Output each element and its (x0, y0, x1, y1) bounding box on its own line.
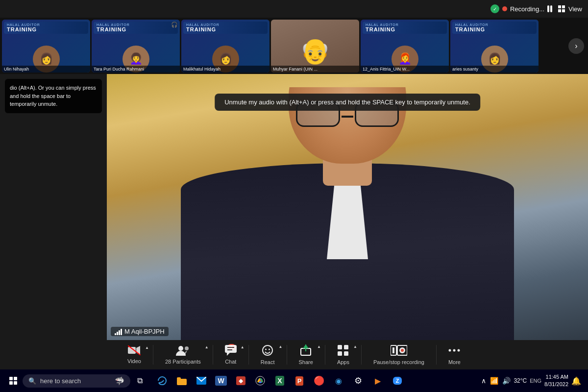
recording-dot (502, 6, 507, 11)
chat-chevron-icon[interactable]: ▲ (241, 345, 245, 349)
windows-start-button[interactable] (4, 371, 23, 390)
taskbar-mail-icon[interactable] (192, 371, 211, 390)
svg-rect-5 (225, 345, 237, 353)
notification-icon[interactable]: 🔔 (571, 376, 581, 386)
taskbar-app2-icon[interactable]: ◉ (329, 371, 348, 390)
taskbar-ruby-icon[interactable]: ◆ (231, 371, 250, 390)
chat-button[interactable]: ▲ 1 Chat (214, 342, 247, 368)
svg-point-24 (449, 349, 451, 352)
svg-point-10 (265, 349, 267, 350)
tray-sound-icon: 🔊 (502, 377, 511, 385)
participants-button[interactable]: ▲ 28 Participants (154, 342, 212, 368)
time-display: 11:45 AM 8/31/2022 (544, 373, 568, 389)
pause-recording-icon (391, 344, 407, 358)
react-chevron-icon[interactable]: ▲ (279, 344, 283, 349)
share-button[interactable]: ▲ Share (288, 342, 324, 368)
taskbar-settings-icon[interactable]: ⚙ (349, 371, 368, 390)
share-label: Share (299, 359, 313, 365)
system-tray: ∧ 📶 🔊 32°C ENG 11:45 AM 8/31/2022 🔔 (481, 373, 584, 389)
video-chevron-icon[interactable]: ▲ (145, 345, 149, 350)
video-button[interactable]: ▲ Video (117, 343, 152, 367)
participant-thumb[interactable]: HALAL AUDITOR TRAINING 👩 aries susanty (450, 20, 539, 73)
apps-chevron-icon[interactable]: ▲ (353, 344, 357, 349)
speaker-label: M Aqil-BPJPH (111, 327, 169, 336)
windows-taskbar: 🔍 here to search 🦈 ⧉ W ◆ X P 🔴 ◉ (0, 369, 588, 392)
toolbar-sep-3 (248, 345, 249, 365)
zoom-badge: Z (393, 377, 402, 385)
recording-text: Recording... (510, 5, 544, 13)
temperature-display: 32°C (514, 377, 527, 384)
pause-icon[interactable] (547, 5, 552, 12)
taskbar-ppt-icon[interactable]: P (290, 371, 309, 390)
svg-rect-18 (344, 351, 348, 356)
view-label: View (568, 5, 582, 13)
react-label: React (261, 359, 275, 365)
svg-rect-28 (177, 377, 181, 380)
top-bar: ✓ Recording... View (0, 0, 588, 18)
apps-button[interactable]: ▲ Apps (326, 342, 360, 368)
mic-muted-icon: 🎧 (171, 22, 178, 28)
training-badge: HALAL AUDITOR TRAINING (94, 22, 178, 34)
taskbar-zoom-icon[interactable]: Z (388, 371, 407, 390)
participant-name: Tara Puri Ducha Rahmani (92, 66, 180, 73)
tray-up-icon[interactable]: ∧ (481, 377, 486, 385)
participant-name: Muhyar Fanani (UIN ... (271, 66, 359, 73)
video-label: Video (127, 358, 141, 364)
toolbar-sep-2 (213, 345, 213, 365)
participants-chevron-icon[interactable]: ▲ (205, 345, 209, 349)
unmute-hint: Unmute my audio with (Alt+A) or press an… (215, 94, 480, 111)
svg-rect-17 (338, 351, 342, 356)
task-view-button[interactable]: ⧉ (130, 371, 149, 390)
taskbar-app1-icon[interactable]: 🔴 (310, 371, 328, 390)
participant-name: 12_Anis Fittria_UIN W... (361, 66, 449, 73)
pause-recording-button[interactable]: Pause/stop recording (363, 342, 435, 368)
react-icon (262, 344, 273, 358)
taskbar-search[interactable]: 🔍 here to search 🦈 (23, 374, 130, 388)
svg-point-11 (269, 349, 270, 350)
taskbar-excel-icon[interactable]: X (270, 371, 289, 390)
participant-thumb[interactable]: HALAL AUDITOR TRAINING 👩‍🦰 12_Anis Fittr… (361, 20, 449, 73)
svg-point-3 (178, 346, 183, 351)
toolbar-sep-7 (436, 345, 437, 365)
svg-point-25 (453, 349, 456, 352)
main-video-area: Unmute my audio with (Alt+A) or press an… (107, 74, 588, 340)
share-chevron-icon[interactable]: ▲ (317, 344, 321, 349)
more-button[interactable]: More (438, 342, 471, 368)
chat-label: Chat (225, 359, 236, 365)
participant-thumb[interactable]: HALAL AUDITOR TRAINING 👩 Ulin Nihayah (2, 20, 90, 73)
taskbar-edge-icon[interactable] (153, 371, 172, 390)
react-button[interactable]: ▲ React (250, 342, 286, 368)
participant-name: Ulin Nihayah (2, 66, 90, 73)
participant-thumb[interactable]: HALAL AUDITOR TRAINING 👩‍🦱 🎧 Tara Puri D… (92, 20, 180, 73)
chat-icon (225, 345, 237, 357)
shield-icon: ✓ (490, 4, 499, 13)
taskbar-chrome-icon[interactable] (251, 371, 270, 390)
participant-name: aries susanty (450, 66, 539, 73)
svg-rect-15 (338, 345, 342, 349)
participant-strip: HALAL AUDITOR TRAINING 👩 Ulin Nihayah HA… (0, 18, 588, 74)
left-panel: dio (Alt+A). Or you can simply press and… (0, 74, 107, 340)
participant-thumb[interactable]: 👴 Muhyar Fanani (UIN ... (271, 20, 359, 73)
tooltip-text: dio (Alt+A). Or you can simply press and… (10, 85, 96, 107)
taskbar-app-icons: W ◆ X P 🔴 ◉ ⚙ ▶ Z (153, 371, 407, 390)
taskbar-media-icon[interactable]: ▶ (368, 371, 387, 390)
svg-point-26 (458, 349, 460, 352)
shark-icon: 🦈 (115, 376, 124, 386)
view-button[interactable]: View (558, 5, 582, 13)
training-badge: HALAL AUDITOR TRAINING (4, 22, 88, 34)
more-icon (448, 344, 460, 358)
bottom-toolbar: ▲ Video ▲ 28 Participants ▲ 1 (0, 340, 588, 369)
unmute-hint-text: Unmute my audio with (Alt+A) or press an… (224, 98, 470, 106)
svg-marker-6 (227, 353, 230, 356)
training-badge: HALAL AUDITOR TRAINING (363, 22, 447, 34)
participant-thumb[interactable]: HALAL AUDITOR TRAINING 👩 Malikhatul Hida… (181, 20, 270, 73)
taskbar-explorer-icon[interactable] (172, 371, 191, 390)
participants-label: 28 Participants (165, 359, 201, 365)
taskbar-word-icon[interactable]: W (212, 371, 230, 390)
speaker-name: M Aqil-BPJPH (124, 328, 165, 335)
strip-next-arrow[interactable]: › (568, 38, 584, 54)
recording-badge: ✓ Recording... (490, 4, 552, 13)
toolbar-sep-1 (153, 345, 153, 365)
search-icon: 🔍 (28, 377, 36, 385)
participant-name: Malikhatul Hidayah (181, 66, 270, 73)
